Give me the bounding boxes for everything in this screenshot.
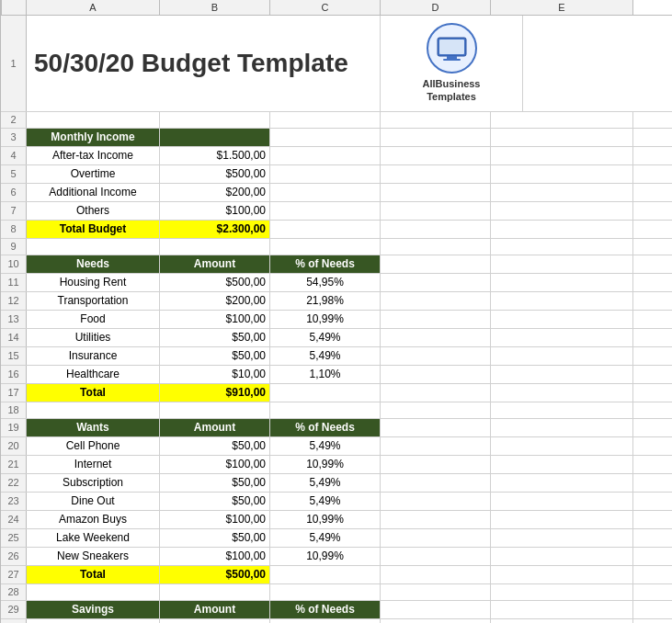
row-22: 22 Subscription $50,00 5,49% (1, 474, 672, 493)
col-header-b: B (160, 0, 270, 15)
row-23: 23 Dine Out $50,00 5,49% (1, 493, 672, 511)
row-10: 10 Needs Amount % of Needs (1, 255, 672, 274)
wants-row4-pct: 5,49% (270, 493, 381, 510)
row-15: 15 Insurance $50,00 5,49% (1, 347, 672, 366)
rownum-6: 6 (1, 184, 27, 201)
row-18: 18 (1, 402, 672, 419)
cell-16e (491, 366, 633, 383)
cell-22d (381, 474, 491, 492)
cell-5e (491, 165, 633, 183)
wants-row2-label: Internet (27, 456, 160, 473)
needs-header-amount: Amount (160, 255, 270, 273)
cell-8d (381, 221, 491, 238)
cell-23e (491, 493, 633, 510)
cell-15d (381, 347, 491, 365)
row-11: 11 Housing Rent $500,00 54,95% (1, 274, 672, 292)
cell-18c (270, 402, 381, 418)
cell-3c (270, 129, 381, 146)
cell-18a (27, 402, 160, 418)
row-13: 13 Food $100,00 10,99% (1, 311, 672, 329)
needs-row2-pct: 21,98% (270, 292, 381, 310)
cell-6d (381, 184, 491, 201)
cell-2d (381, 112, 491, 128)
cell-28d (381, 584, 491, 600)
rownum-29: 29 (1, 601, 27, 618)
cell-10d (381, 255, 491, 273)
needs-row2-label: Transportation (27, 292, 160, 310)
cell-9b (160, 239, 270, 255)
column-headers: A B C D E (1, 0, 672, 16)
wants-row7-amount: $100,00 (160, 548, 270, 565)
rownum-24: 24 (1, 511, 27, 528)
wants-row6-label: Lake Weekend (27, 529, 160, 547)
cell-28c (270, 584, 381, 600)
rownum-22: 22 (1, 474, 27, 492)
row-6: 6 Additional Income $200,00 (1, 184, 672, 202)
savings-row1-pct: 54,95% (270, 619, 381, 623)
wants-total-amount: $500,00 (160, 566, 270, 583)
row-12: 12 Transportation $200,00 21,98% (1, 292, 672, 311)
cell-10e (491, 255, 633, 273)
wants-header-amount: Amount (160, 419, 270, 436)
rownum-15: 15 (1, 347, 27, 365)
row-14: 14 Utilities $50,00 5,49% (1, 329, 672, 347)
row-21: 21 Internet $100,00 10,99% (1, 456, 672, 474)
needs-row4-label: Utilities (27, 329, 160, 346)
savings-header-label: Savings (27, 601, 160, 618)
needs-row3-pct: 10,99% (270, 311, 381, 328)
wants-row4-amount: $50,00 (160, 493, 270, 510)
wants-row6-pct: 5,49% (270, 529, 381, 547)
wants-row5-pct: 10,99% (270, 511, 381, 528)
rownum-28: 28 (1, 584, 27, 600)
row-25: 25 Lake Weekend $50,00 5,49% (1, 529, 672, 548)
wants-row6-amount: $50,00 (160, 529, 270, 547)
row-4: 4 After-tax Income $1.500,00 (1, 147, 672, 165)
needs-row1-pct: 54,95% (270, 274, 381, 291)
rownum-27: 27 (1, 566, 27, 583)
row-17: 17 Total $910,00 (1, 384, 672, 402)
cell-24d (381, 511, 491, 528)
income-row2-label: Overtime (27, 165, 160, 183)
cell-3d (381, 129, 491, 146)
rownum-1: 1 (1, 16, 27, 111)
cell-20d (381, 437, 491, 455)
cell-20e (491, 437, 633, 455)
row-7: 7 Others $100,00 (1, 202, 672, 221)
cell-12e (491, 292, 633, 310)
income-row4-label: Others (27, 202, 160, 220)
row-16: 16 Healthcare $10,00 1,10% (1, 366, 672, 384)
needs-row5-label: Insurance (27, 347, 160, 365)
rownum-9: 9 (1, 239, 27, 255)
cell-2a (27, 112, 160, 128)
logo-area: AllBusinessTemplates (381, 16, 523, 111)
monthly-income-header-b (160, 129, 270, 146)
cell-27d (381, 566, 491, 583)
cell-29d (381, 601, 491, 618)
corner-cell (1, 0, 27, 15)
rownum-5: 5 (1, 165, 27, 183)
cell-6e (491, 184, 633, 201)
wants-row1-amount: $50,00 (160, 437, 270, 455)
cell-25d (381, 529, 491, 547)
needs-total-amount: $910,00 (160, 384, 270, 402)
row-27: 27 Total $500,00 (1, 566, 672, 584)
wants-row1-pct: 5,49% (270, 437, 381, 455)
cell-22e (491, 474, 633, 492)
logo-text: AllBusinessTemplates (423, 77, 481, 104)
svg-rect-1 (439, 40, 464, 54)
cell-21d (381, 456, 491, 473)
needs-row1-amount: $500,00 (160, 274, 270, 291)
cell-8e (491, 221, 633, 238)
needs-row6-pct: 1,10% (270, 366, 381, 383)
cell-18b (160, 402, 270, 418)
rownum-30: 30 (1, 619, 27, 623)
cell-15e (491, 347, 633, 365)
savings-row1-label: Savings Account (27, 619, 160, 623)
needs-row2-amount: $200,00 (160, 292, 270, 310)
cell-14d (381, 329, 491, 346)
rownum-12: 12 (1, 292, 27, 310)
cell-11e (491, 274, 633, 291)
monthly-income-header-a: Monthly Income (27, 129, 160, 146)
total-budget-label: Total Budget (27, 221, 160, 238)
cell-17d (381, 384, 491, 402)
